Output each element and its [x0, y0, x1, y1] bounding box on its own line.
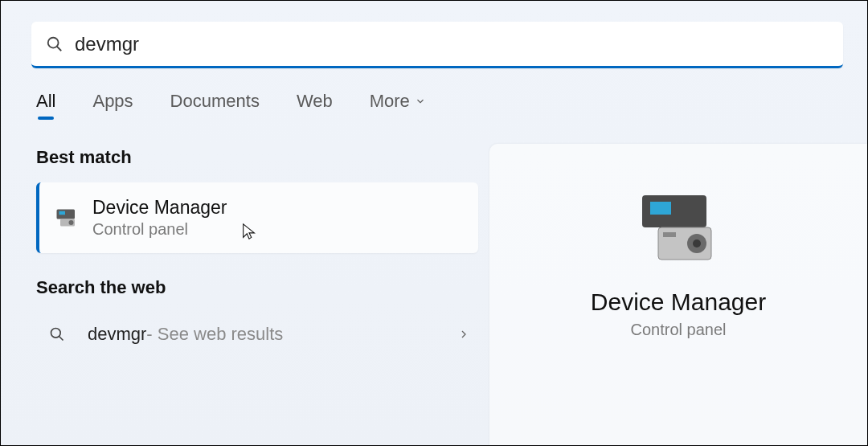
svg-marker-6 [244, 224, 255, 239]
preview-pane: Device Manager Control panel [489, 144, 867, 446]
svg-point-5 [69, 220, 74, 225]
content-area: Best match Device Manager Control panel … [1, 147, 867, 446]
tab-web[interactable]: Web [297, 91, 333, 118]
preview-title: Device Manager [489, 288, 867, 316]
web-result-row[interactable]: devmgr - See web results [36, 313, 478, 356]
search-icon [46, 35, 63, 53]
result-text: Device Manager Control panel [92, 197, 227, 239]
tab-all[interactable]: All [36, 91, 55, 118]
tab-apps[interactable]: Apps [92, 91, 133, 118]
search-input[interactable] [75, 33, 829, 55]
svg-rect-14 [663, 232, 676, 237]
device-manager-icon [55, 207, 80, 228]
search-panel: All Apps Documents Web More Best match D… [1, 1, 867, 445]
result-subtitle: Control panel [92, 220, 227, 239]
device-manager-large-icon [634, 192, 723, 264]
search-bar[interactable] [31, 22, 843, 68]
cursor-icon [240, 223, 258, 240]
best-match-heading: Best match [36, 147, 489, 168]
search-icon [49, 326, 65, 342]
filter-tabs: All Apps Documents Web More [36, 91, 867, 118]
svg-line-1 [57, 46, 62, 51]
svg-rect-3 [59, 211, 66, 215]
chevron-down-icon [415, 96, 426, 107]
svg-point-13 [693, 239, 701, 248]
preview-subtitle: Control panel [489, 321, 867, 339]
best-match-result[interactable]: Device Manager Control panel [36, 182, 478, 253]
web-result-hint: - See web results [146, 324, 283, 345]
results-column: Best match Device Manager Control panel … [1, 147, 489, 446]
web-result-query: devmgr [88, 324, 146, 345]
chevron-right-icon [457, 328, 470, 341]
tab-more[interactable]: More [370, 91, 426, 118]
svg-line-8 [59, 337, 63, 341]
search-web-heading: Search the web [36, 277, 489, 298]
svg-rect-10 [650, 202, 671, 215]
svg-point-7 [51, 329, 61, 338]
tab-documents[interactable]: Documents [170, 91, 260, 118]
tab-more-label: More [370, 91, 410, 112]
svg-point-0 [48, 37, 59, 47]
result-title: Device Manager [92, 197, 227, 219]
